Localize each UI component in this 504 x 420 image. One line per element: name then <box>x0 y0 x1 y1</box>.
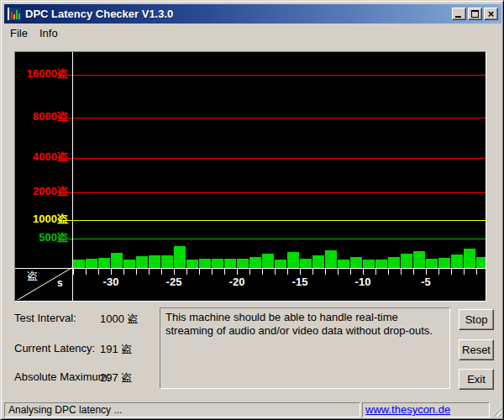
x-tick <box>174 269 175 275</box>
x-tick <box>363 269 364 275</box>
resize-grip-icon[interactable] <box>491 406 501 417</box>
absolute-maximum-label: Absolute Maximum: <box>14 370 110 383</box>
gridline-2000 <box>66 192 486 193</box>
minimize-icon <box>455 16 461 18</box>
y-axis-label-2000: 2000盗 <box>15 186 68 197</box>
gridline-4000 <box>66 158 486 159</box>
menu-file[interactable]: File <box>4 26 34 40</box>
x-tick <box>86 269 87 275</box>
x-tick <box>338 269 339 275</box>
latency-bar <box>262 254 274 268</box>
x-tick <box>73 269 74 275</box>
latency-bar <box>363 260 375 268</box>
x-tick <box>350 269 351 275</box>
latency-bar <box>237 259 249 268</box>
latency-bar <box>212 259 223 268</box>
current-latency-label: Current Latency: <box>14 342 95 354</box>
x-unit-label: s <box>57 277 63 289</box>
x-axis-label--30: -30 <box>94 276 128 288</box>
latency-bar <box>287 252 299 268</box>
x-tick <box>413 269 414 275</box>
latency-bar <box>401 254 412 268</box>
x-tick <box>149 269 150 275</box>
maximize-icon <box>471 10 479 18</box>
close-icon: × <box>485 8 497 20</box>
y-axis-label-8000: 8000盗 <box>15 111 68 123</box>
status-link-panel: www.thesycon.de <box>362 402 490 417</box>
axis-corner-diagonal <box>18 267 72 300</box>
x-tick <box>451 269 452 275</box>
status-message: Analysing DPC latency ... <box>4 402 360 417</box>
x-axis-label--25: -25 <box>157 276 191 288</box>
latency-bar <box>98 258 110 268</box>
latency-bar <box>451 255 463 268</box>
latency-bar <box>149 255 160 268</box>
app-icon <box>8 8 21 20</box>
latency-bar <box>249 257 261 268</box>
x-tick <box>300 269 301 275</box>
x-tick <box>136 269 137 275</box>
x-axis-label--5: -5 <box>409 276 443 288</box>
thesycon-link[interactable]: www.thesycon.de <box>365 403 450 416</box>
latency-bar <box>350 257 362 268</box>
minimize-button[interactable] <box>452 8 466 20</box>
latency-bar <box>426 259 438 268</box>
x-tick <box>476 269 477 275</box>
test-interval-label: Test Interval: <box>14 312 76 324</box>
x-tick <box>275 269 276 275</box>
latency-bar <box>123 260 135 268</box>
x-tick <box>312 269 313 275</box>
x-tick <box>375 269 376 275</box>
latency-bar <box>325 250 337 268</box>
latency-bar <box>413 251 425 268</box>
x-axis-label--10: -10 <box>346 276 380 288</box>
y-axis-label-16000: 16000盗 <box>15 68 68 80</box>
gridline-1000 <box>66 220 486 221</box>
exit-button[interactable]: Exit <box>459 369 494 390</box>
reset-button[interactable]: Reset <box>459 339 494 360</box>
x-tick <box>401 269 402 275</box>
close-button[interactable]: × <box>484 8 498 20</box>
x-axis-label--20: -20 <box>220 276 254 288</box>
x-tick <box>388 269 389 275</box>
latency-bar <box>224 259 236 268</box>
latency-bar <box>275 260 286 268</box>
x-tick <box>161 269 162 275</box>
test-interval-value: 1000 盗 <box>100 312 139 327</box>
chart-plot: 16000盗8000盗4000盗2000盗1000盗500盗-30-25-20-… <box>15 52 486 301</box>
x-tick <box>287 269 288 275</box>
analysis-info-box: This machine should be able to handle re… <box>160 307 450 389</box>
icon-bar-red <box>11 12 13 19</box>
gridline-500 <box>66 239 486 239</box>
x-tick <box>464 269 465 275</box>
menubar: File Info <box>4 24 501 41</box>
latency-bar <box>476 257 486 268</box>
stop-button[interactable]: Stop <box>459 309 494 330</box>
latency-bar <box>438 258 450 268</box>
x-tick <box>98 269 99 275</box>
y-axis-label-500: 500盗 <box>15 232 68 244</box>
x-tick <box>325 269 326 275</box>
x-axis-label--15: -15 <box>283 276 317 288</box>
y-axis-label-4000: 4000盗 <box>15 151 68 163</box>
x-tick <box>111 269 112 275</box>
maximize-button[interactable] <box>468 8 482 20</box>
icon-bar-orange <box>13 14 15 19</box>
latency-bar <box>73 260 85 268</box>
current-latency-value: 191 盗 <box>100 342 132 357</box>
icon-bar-green2 <box>18 13 20 19</box>
latency-bar <box>199 259 211 268</box>
absolute-maximum-value: 297 盗 <box>100 370 132 386</box>
gridline-16000 <box>66 75 486 76</box>
x-tick <box>426 269 427 275</box>
y-unit-label: 盗 <box>27 269 38 284</box>
window-title: DPC Latency Checker V1.3.0 <box>25 8 452 20</box>
latency-bar <box>375 260 387 268</box>
x-tick <box>438 269 439 275</box>
latency-bar <box>388 257 400 268</box>
latency-bar <box>161 255 173 268</box>
x-tick <box>249 269 250 275</box>
latency-bar <box>111 253 123 268</box>
titlebar[interactable]: DPC Latency Checker V1.3.0 × <box>4 4 501 24</box>
menu-info[interactable]: Info <box>34 26 64 40</box>
